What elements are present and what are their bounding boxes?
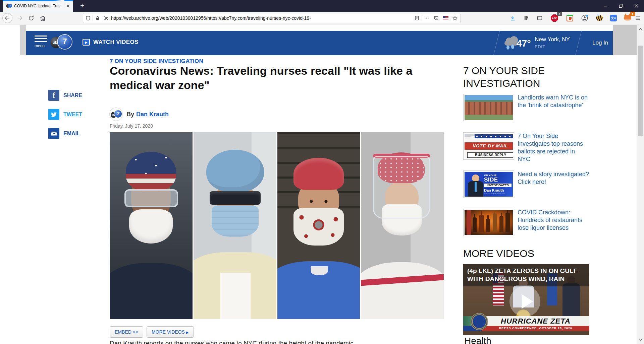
bottles-photo (465, 210, 513, 235)
url-text[interactable]: https://web.archive.org/web/202010300129… (111, 15, 311, 21)
scroll-up-arrow-icon[interactable] (638, 27, 643, 31)
video-caption: Dan Krauth reports on the nurses who cam… (110, 340, 438, 344)
author-link[interactable]: Dan Krauth (136, 111, 169, 118)
library-icon[interactable] (520, 13, 532, 23)
scrubs-shape (110, 263, 193, 319)
weather-location[interactable]: New York, NY (535, 36, 570, 43)
more-videos-button[interactable]: MORE VIDEOS▶ (147, 326, 194, 338)
email-share-button[interactable]: EMAIL (48, 128, 92, 139)
story-headline[interactable]: Landlords warn NYC is on the 'brink of c… (518, 94, 589, 121)
buildings-photo (465, 95, 513, 120)
story-headline[interactable]: Need a story investigated? Click here! (518, 170, 589, 198)
flag-bandana-shape (126, 152, 176, 191)
bookmark-star-icon[interactable] (450, 13, 460, 23)
by-label: By (126, 111, 134, 118)
tab-bar: 7 COVID NYC Update: Traveling n + (0, 0, 644, 12)
article-date: Friday, July 17, 2020 (110, 123, 153, 129)
window-restore-button[interactable] (613, 0, 629, 12)
story-thumbnail[interactable]: ON YOUR SIDE INVESTIGATES Dan Krauth 7On… (463, 170, 514, 198)
reload-button[interactable] (26, 13, 36, 23)
nurse-photo-face-shield (361, 132, 444, 319)
next-section-heading[interactable]: Health (464, 336, 491, 344)
window-minimize-button[interactable] (598, 0, 613, 12)
gown-shape (361, 262, 444, 319)
adblock-plus-icon[interactable]: ABP 4 (549, 13, 560, 23)
permission-blocked-pen-icon[interactable] (102, 13, 110, 23)
window-close-button[interactable] (629, 0, 644, 12)
sidebar-story-covid-crackdown[interactable]: COVID Crackdown: Hundreds of restaurants… (463, 209, 589, 236)
video-button-row: EMBED <> MORE VIDEOS▶ (110, 326, 194, 338)
tab-title-fade (55, 0, 64, 12)
header-divider (493, 31, 500, 55)
article-hero-image[interactable] (110, 132, 444, 319)
story-thumbnail[interactable]: VOTE-BY-MAIL BUSINESS REPLY (463, 132, 514, 160)
tab-close-icon[interactable] (65, 3, 71, 9)
abc7-logo[interactable]: abc 7 (50, 34, 71, 51)
mask-shape (129, 209, 173, 244)
browser-tab[interactable]: 7 COVID NYC Update: Traveling n (3, 0, 73, 12)
gown-front-shape (220, 273, 251, 319)
facebook-icon: f (48, 90, 59, 101)
on-your-side-graphic: ON YOUR SIDE INVESTIGATES Dan Krauth 7On… (465, 172, 513, 197)
tee-shape (311, 266, 328, 275)
video-title-overlay: (4p LKL) ZETA ZEROES IN ON GULF WITH DAN… (463, 264, 589, 286)
embed-button[interactable]: EMBED <> (110, 326, 143, 338)
twitter-tweet-button[interactable]: TWEET (48, 109, 92, 120)
back-button[interactable] (2, 13, 12, 23)
video-play-button-icon[interactable] (509, 286, 540, 317)
pocket-icon[interactable] (431, 13, 441, 23)
lock-icon[interactable] (93, 13, 102, 23)
site-menu-button[interactable]: menu (35, 36, 48, 48)
tracking-protection-shield-icon[interactable] (83, 13, 93, 23)
sidebar-story-investigate[interactable]: ON YOUR SIDE INVESTIGATES Dan Krauth 7On… (463, 170, 589, 198)
weather-temperature[interactable]: 47° (517, 38, 531, 49)
page-scrollbar[interactable] (637, 25, 644, 344)
sidebar-story-landlords[interactable]: Landlords warn NYC is on the 'brink of c… (463, 94, 589, 121)
story-thumbnail[interactable] (463, 94, 514, 121)
share-toolbar: f SHARE TWEET EMAIL (48, 90, 92, 147)
nurse-photo-blue-cap (194, 132, 276, 319)
sidebar-toggle-icon[interactable] (534, 13, 545, 23)
story-thumbnail[interactable] (463, 209, 514, 236)
press-conference-banner: PRESS CONFERENCE: OCTOBER 28, 2020 (482, 326, 589, 331)
story-headline[interactable]: COVID Crackdown: Hundreds of restaurants… (518, 209, 589, 236)
login-link[interactable]: Log In (592, 40, 608, 46)
weather-edit-link[interactable]: EDIT (535, 44, 545, 49)
nurse-photo-flag-bandana (110, 132, 193, 319)
translate-icon[interactable]: 文A (608, 13, 619, 23)
forward-button[interactable] (15, 13, 25, 23)
glasses-shape (210, 191, 261, 205)
fox-extension-icon[interactable]: 8 (622, 13, 633, 23)
header-divider (575, 31, 582, 55)
nurse-photo-red-cap (277, 132, 360, 319)
honey-bee-icon[interactable] (594, 13, 605, 23)
navigation-toolbar: https://web.archive.org/web/202010300129… (0, 12, 644, 24)
sidebar-video-thumbnail[interactable]: HURRICANE ZETA PRESS CONFERENCE: OCTOBER… (463, 264, 589, 335)
surgical-mask-shape (212, 205, 259, 237)
menu-hamburger-icon[interactable] (632, 13, 643, 23)
us-flag-extension-icon[interactable] (441, 13, 450, 23)
menu-label: menu (35, 44, 48, 48)
extension-box-icon[interactable] (564, 13, 576, 23)
parish-seal-icon (471, 313, 488, 330)
email-envelope-icon (48, 128, 59, 139)
page-actions-icon[interactable] (422, 13, 431, 23)
story-headline[interactable]: 7 On Your Side Investigates top reasons … (518, 132, 589, 163)
twitter-icon (48, 109, 59, 120)
facebook-share-button[interactable]: f SHARE (48, 90, 92, 101)
play-icon: ▶ (83, 39, 90, 46)
downloads-icon[interactable] (507, 13, 519, 23)
new-tab-button[interactable]: + (78, 2, 87, 10)
sidebar-story-ballots[interactable]: VOTE-BY-MAIL BUSINESS REPLY 7 On Your Si… (463, 132, 589, 163)
article-headline: Coronavirus News: Traveling nurses recal… (110, 64, 440, 92)
url-bar[interactable]: https://web.archive.org/web/202010300129… (83, 13, 460, 23)
home-button[interactable] (38, 13, 48, 23)
reader-mode-icon[interactable] (412, 13, 422, 23)
patterned-mask-shape (293, 208, 344, 246)
scrollbar-thumb[interactable] (638, 46, 643, 136)
scroll-down-arrow-icon[interactable] (638, 337, 643, 342)
account-icon[interactable] (579, 13, 590, 23)
sidebar-section-title: 7 ON YOUR SIDE INVESTIGATION (463, 64, 577, 90)
watch-videos-link[interactable]: ▶ WATCH VIDEOS (83, 39, 139, 46)
vote-by-mail-photo: VOTE-BY-MAIL BUSINESS REPLY (465, 134, 513, 158)
